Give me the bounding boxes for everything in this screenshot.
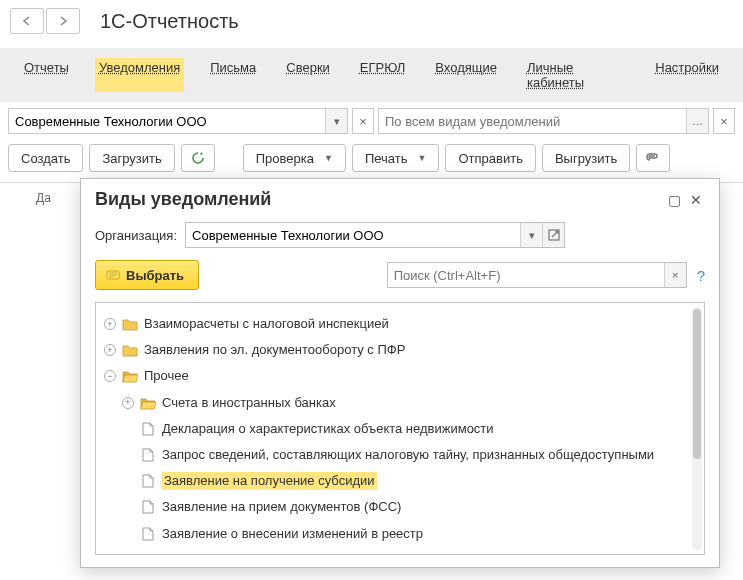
print-button[interactable]: Печать▼ [352,144,440,172]
tab-bar: Отчеты Уведомления Письма Сверки ЕГРЮЛ В… [0,48,743,102]
tree-folder-pfr[interactable]: + Заявления по эл. документообороту с ПФ… [102,337,698,363]
type-filter-clear-button[interactable]: × [713,108,735,134]
expand-icon[interactable]: + [104,318,116,330]
tree-item-fss[interactable]: Заявление на прием документов (ФСС) [102,494,698,520]
dialog-org-input[interactable] [186,223,520,247]
expand-icon[interactable]: + [104,344,116,356]
tab-settings[interactable]: Настройки [651,58,723,92]
type-filter-combo[interactable]: … [378,108,709,134]
file-icon [140,474,156,488]
paperclip-icon [645,151,661,165]
collapse-icon[interactable]: − [104,370,116,382]
refresh-button[interactable] [181,144,215,172]
arrow-right-icon [56,14,70,28]
tree-folder-foreign-accounts[interactable]: + Счета в иностранных банках [102,390,698,416]
refresh-icon [191,151,205,165]
tab-cabinets[interactable]: Личные кабинеты [523,58,629,92]
tab-egrul[interactable]: ЕГРЮЛ [356,58,409,92]
export-button[interactable]: Выгрузить [542,144,630,172]
dialog-search-box[interactable]: × [387,262,687,288]
check-button[interactable]: Проверка▼ [243,144,346,172]
file-icon [140,422,156,436]
choose-button[interactable]: Выбрать [95,260,199,290]
dialog-search-clear-button[interactable]: × [664,263,686,287]
nav-back-button[interactable] [10,8,44,34]
tree-item-declaration[interactable]: Декларация о характеристиках объекта нед… [102,416,698,442]
tree-scrollbar[interactable] [692,307,702,550]
nav-forward-button[interactable] [46,8,80,34]
arrow-left-icon [20,14,34,28]
notification-types-dialog: Виды уведомлений ▢ ✕ Организация: ▾ Выбр… [80,178,720,568]
tree-scrollbar-thumb[interactable] [693,309,701,459]
tab-notifications[interactable]: Уведомления [95,58,184,92]
dialog-help-button[interactable]: ? [697,267,705,284]
expand-icon[interactable]: + [122,397,134,409]
org-filter-combo[interactable]: ▾ [8,108,348,134]
notification-tree: + Взаиморасчеты с налоговой инспекцией +… [96,303,704,555]
tab-reports[interactable]: Отчеты [20,58,73,92]
tab-reconciliations[interactable]: Сверки [282,58,334,92]
tree-item-registry[interactable]: Заявление о внесении изменений в реестр [102,521,698,547]
org-label: Организация: [95,228,177,243]
select-icon [106,268,120,282]
tab-incoming[interactable]: Входящие [431,58,501,92]
tab-letters[interactable]: Письма [206,58,260,92]
folder-open-icon [122,369,138,383]
org-filter-input[interactable] [9,109,325,133]
org-filter-clear-button[interactable]: × [352,108,374,134]
folder-icon [122,343,138,357]
dialog-title: Виды уведомлений [95,189,663,210]
file-icon [140,500,156,514]
tree-item-tax-secret[interactable]: Запрос сведений, составляющих налоговую … [102,442,698,468]
tree-folder-tax[interactable]: + Взаиморасчеты с налоговой инспекцией [102,311,698,337]
attach-button[interactable] [636,144,670,172]
load-button[interactable]: Загрузить [89,144,174,172]
tree-folder-other[interactable]: − Прочее [102,363,698,389]
dialog-org-combo[interactable]: ▾ [185,222,565,248]
type-filter-input[interactable] [379,109,686,133]
dialog-org-open-button[interactable] [542,223,564,247]
org-filter-dropdown-button[interactable]: ▾ [325,109,347,133]
tree-item-subsidy[interactable]: Заявление на получение субсидии [102,468,698,494]
folder-open-icon [140,396,156,410]
open-external-icon [547,228,561,242]
type-filter-more-button[interactable]: … [686,109,708,133]
file-icon [140,527,156,541]
dialog-org-dropdown-button[interactable]: ▾ [520,223,542,247]
dialog-close-button[interactable]: ✕ [685,192,707,208]
folder-icon [122,317,138,331]
dialog-search-input[interactable] [388,263,664,287]
send-button[interactable]: Отправить [445,144,535,172]
file-icon [140,448,156,462]
page-title: 1С-Отчетность [100,10,239,33]
create-button[interactable]: Создать [8,144,83,172]
dialog-maximize-button[interactable]: ▢ [663,192,685,208]
